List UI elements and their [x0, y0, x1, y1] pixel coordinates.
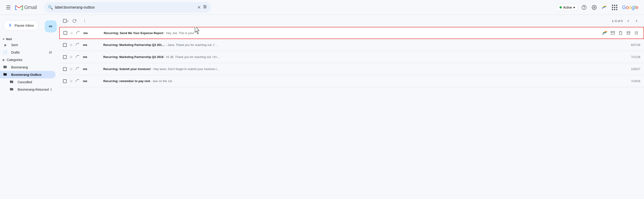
prev-page-button[interactable] [624, 17, 632, 25]
email-star-5[interactable]: ☆ [70, 79, 73, 83]
main-layout: ⏸ Pause Inbox ✏ ▾ Mail ➤ Sent 📄 Drafts 1… [0, 15, 644, 199]
compose-button[interactable]: ✏ [45, 21, 57, 33]
email-date-3: 7/11/18 [626, 55, 640, 59]
help-button[interactable] [580, 3, 589, 12]
svg-point-9 [594, 7, 595, 8]
select-all-checkbox[interactable] [63, 19, 67, 23]
email-boomerang-3[interactable] [76, 55, 79, 59]
email-checkbox-4[interactable] [63, 67, 67, 71]
email-date-2: 8/27/18 [626, 43, 640, 47]
email-snippet-2: - Jana, Thank you for reaching out. I'… [166, 43, 218, 47]
mail-section-label: Mail [6, 37, 12, 41]
svg-rect-15 [10, 81, 11, 81]
email-checkbox-3[interactable] [63, 55, 67, 59]
email-row[interactable]: ☆ me Recurring: Marketing Partnership Q3… [59, 51, 644, 63]
email-star-2[interactable]: ☆ [70, 43, 73, 47]
email-star-1[interactable]: ☆ [70, 31, 73, 35]
svg-rect-11 [4, 66, 5, 66]
next-page-button[interactable] [633, 17, 640, 25]
sidebar-boomerang-label: Boomerang [11, 65, 52, 69]
select-all-dropdown-icon[interactable]: ▾ [67, 20, 68, 22]
sidebar-item-sent[interactable]: ➤ Sent [0, 41, 56, 49]
boomerang-action-button-1[interactable] [602, 30, 608, 36]
google-logo-text: Google [622, 5, 638, 11]
email-row-actions-1 [602, 30, 640, 36]
active-status-button[interactable]: Active ▾ [556, 4, 578, 11]
email-checkbox-5[interactable] [63, 79, 67, 83]
email-row[interactable]: ☆ me Recurring: Marketing Partnership Q3… [59, 39, 644, 51]
mail-chevron-icon: ▾ [3, 38, 4, 41]
pagination-info: 1–5 of 5 [612, 19, 623, 23]
delete-action-button-1[interactable] [617, 30, 624, 36]
email-snippet-4: - Hey team, Don't forget to submit your … [152, 67, 220, 71]
nav-actions: Active ▾ [556, 3, 640, 12]
sidebar-item-drafts[interactable]: 📄 Drafts 10 [0, 49, 56, 56]
google-logo: Google [620, 3, 640, 12]
compose-pencil-icon: ✏ [49, 24, 53, 29]
email-row[interactable]: ☆ me Recurring: Submit your invoices! - … [59, 63, 644, 75]
sidebar: ⏸ Pause Inbox ✏ ▾ Mail ➤ Sent 📄 Drafts 1… [0, 15, 59, 199]
drafts-icon: 📄 [3, 50, 8, 55]
boomerang-folder-icon [3, 65, 8, 70]
gmail-m-icon [15, 3, 23, 12]
archive-action-button-1[interactable] [609, 30, 616, 36]
sidebar-categories-label: Categories [7, 58, 52, 62]
select-all-checkbox-wrap[interactable]: ▾ [63, 19, 68, 23]
email-subject-5: Recurring: remember to pay rent [103, 79, 150, 83]
email-rows: ☆ me Recurring: Send Me Your Expense Rep… [59, 27, 644, 199]
refresh-button[interactable] [70, 17, 78, 25]
email-row[interactable]: ☆ me Recurring: remember to pay rent - d… [59, 75, 644, 87]
sidebar-item-boomerang[interactable]: Boomerang [0, 64, 56, 71]
mark-unread-action-button-1[interactable] [625, 30, 632, 36]
more-options-button[interactable] [80, 17, 89, 25]
email-content-4: Recurring: Submit your invoices! - Hey t… [103, 67, 624, 71]
svg-point-20 [84, 22, 85, 22]
sidebar-item-boomerang-returned[interactable]: Boomerang-Returned 1 [0, 86, 56, 93]
email-subject-2: Recurring: Marketing Partnership Q3 201… [103, 43, 165, 47]
settings-button[interactable] [590, 3, 599, 12]
search-input[interactable] [55, 5, 196, 10]
mail-section-header[interactable]: ▾ Mail [0, 36, 59, 41]
email-sender-2: me [83, 43, 102, 47]
active-status-dot [560, 6, 562, 9]
svg-point-6 [204, 8, 205, 8]
drafts-badge: 10 [49, 51, 52, 54]
email-sender-1: me [83, 31, 102, 35]
sidebar-item-cancelled[interactable]: Cancelled [0, 78, 56, 86]
email-row[interactable]: ☆ me Recurring: Send Me Your Expense Rep… [59, 27, 644, 39]
search-bar[interactable]: 🔍 ✕ [44, 2, 211, 13]
sidebar-item-boomerang-outbox[interactable]: Boomerang-Outbox [0, 71, 56, 78]
sidebar-drafts-label: Drafts [11, 51, 49, 54]
categories-chevron-icon: ▶ [3, 58, 5, 62]
email-checkbox-1[interactable] [64, 31, 67, 35]
email-boomerang-1[interactable] [76, 31, 80, 35]
email-star-3[interactable]: ☆ [70, 55, 73, 59]
search-filters-icon[interactable] [202, 5, 207, 10]
hamburger-icon [6, 6, 10, 9]
email-date-4: 1/20/17 [626, 68, 640, 71]
boomerang-nav-icon[interactable] [600, 3, 609, 12]
email-star-4[interactable]: ☆ [70, 67, 73, 71]
email-boomerang-5[interactable] [76, 79, 79, 83]
svg-rect-14 [10, 81, 13, 83]
email-content-1: Recurring: Send Me Your Expense Report -… [104, 31, 600, 35]
active-dropdown-icon: ▾ [573, 6, 575, 9]
email-boomerang-4[interactable] [76, 67, 79, 71]
gmail-logo: Gmail [15, 3, 37, 12]
email-sender-5: me [83, 79, 102, 83]
hamburger-menu-button[interactable] [4, 3, 13, 12]
email-snippet-3: - Hi JB, Thank you for reaching out. I'd… [164, 55, 220, 59]
google-apps-button[interactable] [610, 3, 619, 12]
email-checkbox-2[interactable] [63, 43, 67, 47]
snooze-action-button-1[interactable] [633, 30, 640, 36]
pause-inbox-label: Pause Inbox [14, 24, 34, 27]
sidebar-cancelled-label: Cancelled [18, 80, 52, 84]
active-status-label: Active [563, 6, 572, 9]
svg-point-18 [84, 20, 85, 20]
email-boomerang-2[interactable] [76, 43, 79, 47]
search-clear-icon[interactable]: ✕ [197, 5, 201, 10]
svg-point-4 [204, 5, 204, 6]
pagination-text: 1–5 of 5 [612, 19, 623, 23]
sidebar-item-categories[interactable]: ▶ Categories [0, 56, 56, 64]
pause-inbox-button[interactable]: ⏸ Pause Inbox [4, 21, 38, 30]
